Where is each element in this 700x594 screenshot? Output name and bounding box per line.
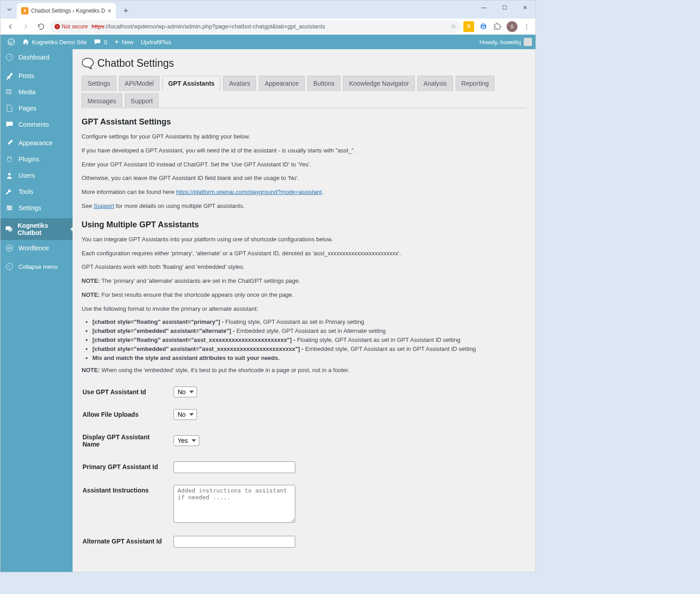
tab-reporting[interactable]: Reporting: [456, 76, 495, 91]
menu-tools[interactable]: Tools: [0, 184, 73, 200]
comments-link[interactable]: 0: [90, 35, 110, 49]
url-box[interactable]: ! Not secure https://localhost/wpdemo/wp…: [50, 20, 461, 33]
page-icon: [5, 104, 14, 113]
assistant-instructions-textarea[interactable]: [174, 485, 295, 523]
menu-posts[interactable]: Posts: [0, 68, 73, 84]
tab-search-dropdown[interactable]: [4, 4, 15, 15]
menu-collapse[interactable]: Collapse menu: [0, 258, 73, 275]
list-item: [chatbot style="embedded" assistant="ass…: [92, 345, 526, 352]
use-assistant-id-select[interactable]: No: [174, 387, 197, 397]
extension-icon-2[interactable]: ⓜ: [478, 21, 489, 32]
assistant-instructions-label: Assistant Instructions: [82, 479, 173, 530]
note-paragraph-3: NOTE: When using the 'embedded' style, i…: [82, 366, 526, 375]
new-tab-button[interactable]: +: [119, 5, 132, 17]
note-paragraph-2: NOTE: For best results ensure that the s…: [82, 290, 526, 300]
wrench-icon: [5, 187, 14, 196]
list-item: Mix and match the style and assistant at…: [92, 355, 526, 361]
tab-knowledge-navigator[interactable]: Knowledge Navigator: [343, 76, 415, 91]
see-support-paragraph: See Support for more details on using mu…: [82, 202, 526, 211]
tab-api-model[interactable]: API/Model: [119, 76, 160, 91]
menu-users[interactable]: Users: [0, 167, 73, 184]
profile-avatar[interactable]: S: [507, 21, 517, 32]
menu-plugins[interactable]: Plugins: [0, 151, 73, 167]
browser-window: X Chatbot Settings ‹ Kognetiks D × + — ☐…: [0, 0, 536, 572]
back-button[interactable]: [4, 20, 17, 33]
not-secure-label: Not secure: [62, 23, 88, 30]
menu-dashboard[interactable]: Dashboard: [0, 49, 73, 65]
menu-media[interactable]: Media: [0, 84, 73, 100]
multi-paragraph-1: You can integrate GPT Assistants into yo…: [82, 235, 526, 244]
settings-form-table: Use GPT Assistant Id No Allow File Uploa…: [82, 380, 526, 554]
intro-paragraph-3: Enter your GPT Assistant ID instead of C…: [82, 160, 526, 170]
allow-file-uploads-select[interactable]: No: [174, 409, 197, 420]
tab-analysis[interactable]: Analysis: [417, 76, 453, 91]
tab-close-icon[interactable]: ×: [108, 7, 111, 14]
site-name-link[interactable]: Kognetiks Demo Site: [18, 35, 90, 49]
plugin-icon: [5, 155, 14, 164]
url-text: https://localhost/wpdemo/wp-admin/admin.…: [92, 23, 325, 30]
menu-pages[interactable]: Pages: [0, 100, 73, 116]
updraftplus-link[interactable]: UpdraftPlus: [137, 35, 175, 49]
multi-paragraph-2: Each configuration requires either 'prim…: [82, 249, 526, 258]
reload-button[interactable]: [35, 20, 47, 33]
primary-assistant-id-input[interactable]: [174, 461, 295, 473]
not-secure-icon: !: [55, 24, 60, 29]
tab-buttons[interactable]: Buttons: [307, 76, 340, 91]
menu-wordfence[interactable]: Wordfence: [0, 240, 73, 256]
support-link[interactable]: Support: [94, 203, 114, 209]
menu-comments[interactable]: Comments: [0, 116, 73, 133]
use-assistant-id-label: Use GPT Assistant Id: [82, 381, 173, 403]
extensions-puzzle-icon[interactable]: [492, 21, 503, 32]
extension-icon-1[interactable]: S: [463, 21, 474, 32]
tab-gpt-assistants[interactable]: GPT Assistants: [162, 76, 220, 91]
browser-title-bar: X Chatbot Settings ‹ Kognetiks D × + — ☐…: [0, 0, 535, 18]
allow-file-uploads-label: Allow File Uploads: [82, 404, 173, 425]
browser-tab[interactable]: X Chatbot Settings ‹ Kognetiks D ×: [17, 3, 116, 18]
openai-playground-link[interactable]: https://platform.openai.com/playground?m…: [176, 189, 322, 195]
svg-point-3: [8, 173, 10, 175]
intro-paragraph-4: Otherwise, you can leave the GPT Assista…: [82, 174, 526, 183]
wordfence-icon: [5, 244, 14, 253]
tab-title: Chatbot Settings ‹ Kognetiks D: [31, 8, 105, 14]
tab-favicon-icon: X: [21, 7, 28, 14]
forward-button[interactable]: [19, 20, 32, 33]
user-icon: [5, 171, 14, 180]
menu-kognetiks-chatbot[interactable]: Kognetiks Chatbot: [0, 218, 73, 240]
admin-bar-account[interactable]: Howdy, howellsj: [480, 38, 532, 46]
page-title: 🗨️ Chatbot Settings: [82, 57, 526, 69]
tab-support[interactable]: Support: [125, 93, 159, 108]
tab-messages[interactable]: Messages: [82, 93, 122, 108]
new-content-link[interactable]: + New: [111, 35, 137, 49]
tab-avatars[interactable]: Avatars: [223, 76, 256, 91]
tab-appearance[interactable]: Appearance: [259, 76, 305, 91]
window-close-button[interactable]: ✕: [515, 0, 535, 15]
svg-point-7: [8, 206, 9, 207]
intro-paragraph-1: Configure settings for your GPT Assistan…: [82, 132, 526, 142]
svg-point-8: [10, 207, 12, 209]
not-secure-badge[interactable]: ! Not secure: [55, 23, 88, 30]
tab-settings[interactable]: Settings: [82, 76, 116, 91]
browser-menu-icon[interactable]: ⋮: [521, 21, 532, 32]
bookmark-star-icon[interactable]: ☆: [451, 23, 456, 30]
format-intro: Use the following format to invoke the p…: [82, 304, 526, 314]
window-maximize-button[interactable]: ☐: [494, 0, 515, 15]
window-minimize-button[interactable]: —: [473, 0, 494, 15]
display-name-select[interactable]: Yes: [174, 435, 199, 446]
wp-body: Dashboard Posts Media Pages Comments App…: [0, 49, 535, 572]
alternate-assistant-id-input[interactable]: [174, 536, 295, 548]
menu-settings[interactable]: Settings: [0, 200, 73, 216]
multi-paragraph-3: GPT Assistants work with both 'floating'…: [82, 262, 526, 272]
collapse-icon: [5, 262, 14, 271]
alternate-assistant-id-label: Alternate GPT Assistant Id: [82, 530, 173, 553]
svg-point-9: [8, 209, 10, 211]
svg-point-10: [6, 245, 13, 251]
wp-logo-icon[interactable]: [4, 35, 18, 49]
shortcode-list: [chatbot style="floating" assistant="pri…: [92, 318, 526, 361]
settings-icon: [5, 203, 14, 212]
menu-appearance[interactable]: Appearance: [0, 135, 73, 151]
media-icon: [5, 87, 14, 97]
svg-rect-2: [6, 90, 11, 94]
list-item: [chatbot style="floating" assistant="pri…: [92, 318, 526, 325]
browser-address-bar: ! Not secure https://localhost/wpdemo/wp…: [0, 18, 535, 35]
brush-icon: [5, 138, 14, 147]
